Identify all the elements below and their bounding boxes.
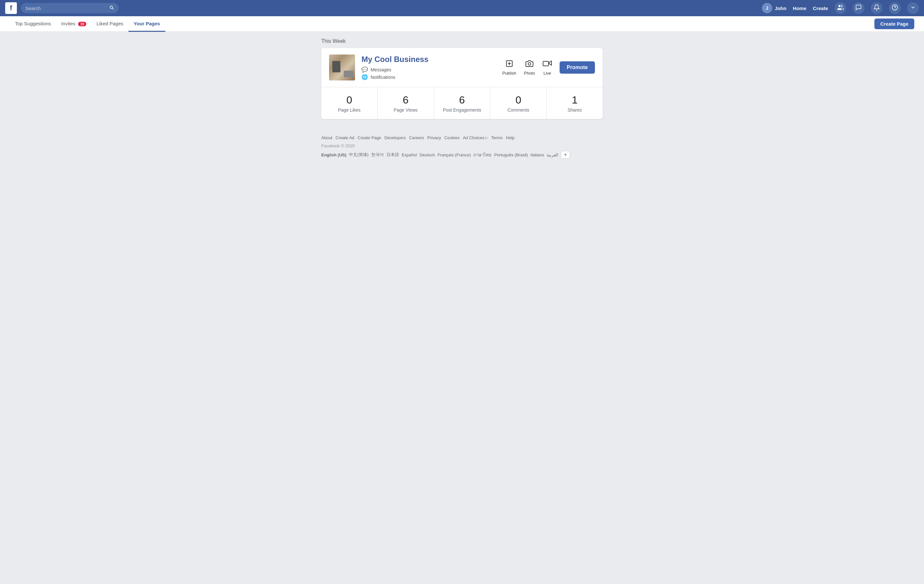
footer-cookies[interactable]: Cookies (444, 135, 459, 140)
navbar-right: J John Home Create (762, 2, 919, 14)
search-icon (109, 5, 114, 12)
help-icon-btn[interactable] (889, 2, 901, 14)
tab-top-suggestions[interactable]: Top Suggestions (10, 16, 56, 32)
stat-shares: 1 Shares (547, 87, 603, 119)
navbar: f J John Home Create (0, 0, 924, 16)
live-button[interactable]: Live (543, 60, 552, 76)
photo-icon (526, 60, 533, 69)
photo-button[interactable]: Photo (524, 60, 535, 76)
tab-liked-pages[interactable]: Liked Pages (91, 16, 129, 32)
messages-label: Messages (371, 67, 391, 72)
footer-create-ad[interactable]: Create Ad (335, 135, 354, 140)
footer-about[interactable]: About (321, 135, 332, 140)
footer-copyright: Facebook © 2020 (321, 143, 603, 148)
publish-photo-live-group: Publish Photo Live (502, 60, 552, 76)
avatar: J (762, 3, 772, 13)
footer-ad-choices[interactable]: Ad Choices ▷ (463, 135, 488, 140)
lang-th[interactable]: ภาษาไทย (474, 152, 492, 158)
footer: About Create Ad Create Page Developers C… (316, 135, 608, 172)
live-label: Live (543, 71, 551, 76)
invites-badge: 19 (78, 22, 86, 26)
globe-icon: 🌐 (361, 74, 368, 80)
comments-label: Comments (495, 108, 541, 112)
promote-button[interactable]: Promote (559, 61, 595, 74)
shares-number: 1 (552, 94, 597, 106)
language-links: English (US) 中文(简体) 한국어 日本語 Español Deut… (321, 151, 603, 159)
help-icon (892, 4, 898, 12)
facebook-logo[interactable]: f (5, 2, 17, 14)
footer-help[interactable]: Help (506, 135, 515, 140)
lang-zh-cn[interactable]: 中文(简体) (349, 152, 369, 158)
stat-page-views: 6 Page Views (378, 87, 434, 119)
page-name[interactable]: My Cool Business (361, 55, 496, 64)
photo-label: Photo (524, 71, 535, 76)
bell-icon (873, 4, 880, 12)
svg-point-3 (528, 63, 531, 65)
page-card-top: My Cool Business 💬 Messages 🌐 Notificati… (321, 48, 603, 87)
post-engagements-number: 6 (439, 94, 485, 106)
stat-post-engagements: 6 Post Engagements (434, 87, 490, 119)
notifications-icon-btn[interactable] (871, 2, 883, 14)
page-likes-number: 0 (327, 94, 372, 106)
search-bar[interactable] (21, 3, 119, 13)
chevron-down-icon (911, 5, 916, 12)
publish-label: Publish (502, 71, 516, 76)
publish-button[interactable]: Publish (502, 60, 516, 76)
subnav-tabs: Top Suggestions Invites 19 Liked Pages Y… (10, 16, 874, 32)
subnav: Top Suggestions Invites 19 Liked Pages Y… (0, 16, 924, 32)
footer-careers[interactable]: Careers (409, 135, 424, 140)
lang-it[interactable]: Italiano (530, 152, 544, 157)
stat-comments: 0 Comments (490, 87, 547, 119)
main-content: This Week My Cool Business 💬 Messages 🌐 … (316, 32, 608, 126)
svg-point-0 (838, 5, 841, 7)
messenger-icon-btn[interactable] (853, 2, 865, 14)
messages-action[interactable]: 💬 Messages (361, 66, 496, 73)
section-label: This Week (321, 38, 603, 44)
user-profile[interactable]: J John (762, 3, 787, 13)
lang-de[interactable]: Deutsch (419, 152, 435, 157)
friends-icon (837, 4, 843, 12)
lang-es[interactable]: Español (402, 152, 417, 157)
page-buttons: Publish Photo Live Pro (502, 60, 595, 76)
footer-privacy[interactable]: Privacy (427, 135, 441, 140)
friends-icon-btn[interactable] (835, 2, 846, 14)
lang-fr[interactable]: Français (France) (438, 152, 471, 157)
messenger-icon (855, 4, 862, 12)
lang-ko[interactable]: 한국어 (371, 152, 384, 158)
more-icon-btn[interactable] (907, 2, 919, 14)
live-icon (543, 60, 552, 69)
page-thumbnail (329, 55, 355, 81)
comments-number: 0 (495, 94, 541, 106)
footer-create-page[interactable]: Create Page (358, 135, 381, 140)
footer-terms[interactable]: Terms (491, 135, 503, 140)
post-engagements-label: Post Engagements (439, 108, 485, 112)
lang-ja[interactable]: 日本語 (386, 152, 399, 158)
search-input[interactable] (25, 5, 106, 11)
footer-links: About Create Ad Create Page Developers C… (321, 135, 603, 140)
svg-rect-4 (543, 61, 549, 66)
lang-pt-br[interactable]: Português (Brasil) (494, 152, 528, 157)
page-views-label: Page Views (383, 108, 429, 112)
page-info: My Cool Business 💬 Messages 🌐 Notificati… (361, 55, 496, 80)
create-link[interactable]: Create (813, 5, 828, 11)
messages-icon: 💬 (361, 66, 368, 73)
page-card: My Cool Business 💬 Messages 🌐 Notificati… (321, 48, 603, 119)
create-page-button[interactable]: Create Page (874, 18, 914, 29)
page-views-number: 6 (383, 94, 429, 106)
footer-developers[interactable]: Developers (384, 135, 406, 140)
notifications-action[interactable]: 🌐 Notifications (361, 74, 496, 80)
notifications-label: Notifications (371, 74, 395, 80)
lang-ar[interactable]: العربية (547, 152, 558, 157)
lang-more-button[interactable]: + (561, 151, 570, 159)
lang-en-us[interactable]: English (US) (321, 152, 346, 157)
tab-invites[interactable]: Invites 19 (56, 16, 91, 32)
page-likes-label: Page Likes (327, 108, 372, 112)
home-link[interactable]: Home (793, 5, 807, 11)
tab-your-pages[interactable]: Your Pages (129, 16, 165, 32)
ad-choices-icon: ▷ (485, 136, 488, 140)
shares-label: Shares (552, 108, 597, 112)
page-quick-actions: 💬 Messages 🌐 Notifications (361, 66, 496, 80)
stat-page-likes: 0 Page Likes (321, 87, 378, 119)
page-thumbnail-image (329, 55, 355, 81)
user-name: John (775, 5, 787, 11)
